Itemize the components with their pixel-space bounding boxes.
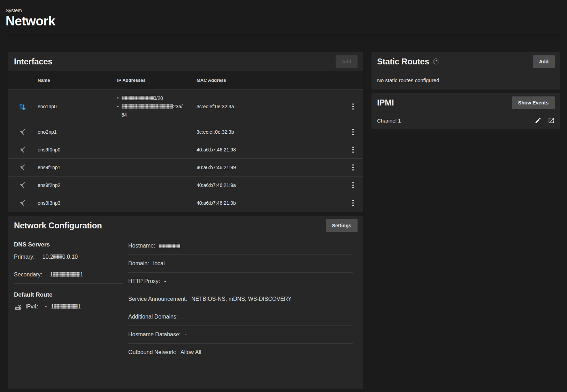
- interface-disconnected-icon: [8, 163, 38, 172]
- static-routes-empty-text: No static routes configured: [371, 71, 560, 89]
- row-menu-button[interactable]: [350, 101, 356, 112]
- interface-updown-icon: [8, 102, 38, 111]
- header-divider: [6, 35, 561, 35]
- redacted-gateway: [54, 304, 78, 309]
- detail-row-additional-domains: Additional Domains: -: [128, 308, 353, 326]
- breadcrumb[interactable]: System: [6, 8, 55, 13]
- ipmi-card-header: IPMI Show Events: [371, 93, 560, 112]
- interface-disconnected-icon: [8, 128, 38, 136]
- column-header-name: Name: [38, 78, 117, 83]
- redacted-ipv4: [122, 96, 154, 100]
- settings-button[interactable]: Settings: [326, 219, 358, 232]
- dns-servers-heading: DNS Servers: [14, 241, 123, 248]
- network-details-section: Hostname: Domain: local HTTP Proxy: - Se…: [128, 237, 353, 361]
- ipv4-label: IPv4:: [25, 304, 38, 310]
- detail-row-http-proxy: HTTP Proxy: -: [128, 273, 353, 290]
- dns-primary-row: Primary: 10.20.0.10: [14, 248, 123, 266]
- interfaces-card: Interfaces Add Name IP Addresses MAC Add…: [8, 52, 363, 212]
- detail-row-outbound-network: Outbound Network: Allow All: [128, 344, 353, 361]
- interface-ip-list: • 0/20 • 23a/64: [117, 94, 197, 119]
- default-route-row: IPv4: • 11: [14, 298, 123, 315]
- column-header-ip: IP Addresses: [117, 78, 197, 83]
- interfaces-title: Interfaces: [14, 57, 52, 66]
- redacted-dns-secondary: [53, 272, 80, 277]
- dns-secondary-label: Secondary:: [14, 272, 42, 278]
- interface-mac: 40:a6:b7:46:21:9a: [197, 182, 343, 188]
- interface-mac: 40:a6:b7:46:21:98: [197, 147, 343, 152]
- interface-disconnected-icon: [8, 146, 38, 154]
- dns-section: DNS Servers Primary: 10.20.0.10 Secondar…: [14, 241, 123, 315]
- row-menu-button[interactable]: [350, 180, 356, 190]
- help-icon[interactable]: ?: [433, 58, 439, 64]
- bullet-icon: •: [117, 102, 119, 119]
- detail-row-domain: Domain: local: [128, 255, 353, 273]
- static-routes-add-button[interactable]: Add: [533, 55, 555, 68]
- page-header: System Network: [6, 8, 55, 29]
- ipmi-card: IPMI Show Events Channel 1: [371, 93, 560, 129]
- bullet-icon: •: [45, 304, 47, 309]
- row-menu-button[interactable]: [350, 198, 356, 208]
- interface-name: ens9f2np2: [38, 182, 117, 188]
- open-in-new-icon: [548, 117, 555, 124]
- redacted-ipv6: [122, 104, 173, 109]
- interface-name: ens9f1np1: [38, 165, 117, 170]
- page-title: Network: [6, 14, 55, 29]
- network-configuration-title: Network Configuration: [14, 221, 102, 230]
- dns-primary-label: Primary:: [14, 254, 35, 260]
- network-configuration-card: Network Configuration Settings DNS Serve…: [8, 216, 363, 389]
- bullet-icon: •: [117, 94, 119, 102]
- interfaces-add-button[interactable]: Add: [336, 55, 358, 68]
- static-routes-card: Static Routes ? Add No static routes con…: [371, 52, 560, 89]
- interface-mac: 3c:ec:ef:0e:32:3b: [197, 129, 343, 135]
- static-routes-title: Static Routes: [377, 57, 429, 66]
- table-row: ens9f1np1 40:a6:b7:46:21:99: [8, 158, 363, 176]
- router-icon: [14, 303, 22, 311]
- pencil-icon: [535, 117, 542, 124]
- detail-row-hostname-database: Hostname Database: -: [128, 326, 353, 344]
- row-menu-button[interactable]: [350, 144, 356, 155]
- table-row: eno1np0 • 0/20 • 23a/64 3c:ec:ef:0e:32:3…: [8, 89, 363, 123]
- column-header-mac: MAC Address: [197, 78, 343, 83]
- table-row: ens9f2np2 40:a6:b7:46:21:9a: [8, 176, 363, 194]
- interfaces-card-header: Interfaces Add: [8, 52, 363, 71]
- detail-row-service-announcement: Service Announcement: NETBIOS-NS, mDNS, …: [128, 290, 353, 308]
- row-menu-button[interactable]: [350, 162, 356, 173]
- interface-mac: 40:a6:b7:46:21:9b: [197, 200, 343, 206]
- detail-row-hostname: Hostname:: [128, 237, 353, 255]
- open-in-new-button[interactable]: [548, 117, 555, 124]
- table-row: ens9f0np0 40:a6:b7:46:21:98: [8, 141, 363, 158]
- interface-name: eno2np1: [38, 129, 117, 135]
- show-events-button[interactable]: Show Events: [512, 96, 555, 109]
- edit-button[interactable]: [535, 117, 542, 124]
- interfaces-table-header: Name IP Addresses MAC Address: [8, 71, 363, 89]
- ipmi-channel-row: Channel 1: [371, 112, 560, 129]
- interface-mac: 3c:ec:ef:0e:32:3a: [197, 104, 343, 109]
- interface-name: ens9f0np0: [38, 147, 117, 152]
- default-route-heading: Default Route: [14, 291, 123, 298]
- table-row: ens9f3np3 40:a6:b7:46:21:9b: [8, 194, 363, 212]
- interface-mac: 40:a6:b7:46:21:99: [197, 165, 343, 170]
- interface-name: ens9f3np3: [38, 200, 117, 206]
- table-row: eno2np1 3c:ec:ef:0e:32:3b: [8, 123, 363, 141]
- dns-secondary-row: Secondary: 11: [14, 266, 123, 284]
- ipmi-title: IPMI: [377, 98, 394, 108]
- interface-disconnected-icon: [8, 181, 38, 189]
- ipmi-channel-label: Channel 1: [377, 118, 401, 124]
- static-routes-card-header: Static Routes ? Add: [371, 52, 560, 71]
- row-menu-button[interactable]: [350, 127, 356, 137]
- redacted-hostname: [159, 244, 180, 248]
- interface-name: eno1np0: [38, 104, 117, 109]
- redacted-dns-primary: [53, 254, 62, 259]
- network-configuration-header: Network Configuration Settings: [8, 216, 363, 235]
- interface-disconnected-icon: [8, 199, 38, 207]
